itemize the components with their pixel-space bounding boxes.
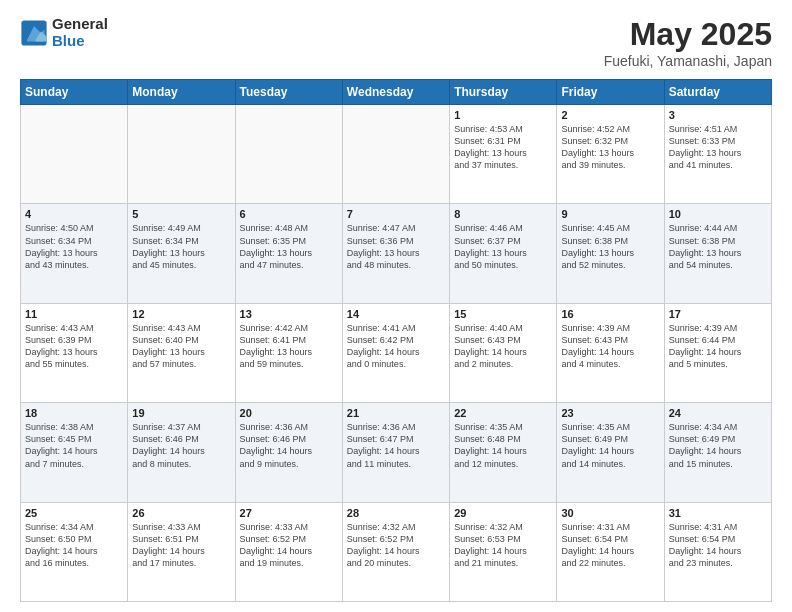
day-detail: Sunrise: 4:43 AM Sunset: 6:40 PM Dayligh… [132,322,230,371]
day-detail: Sunrise: 4:44 AM Sunset: 6:38 PM Dayligh… [669,222,767,271]
table-row: 5Sunrise: 4:49 AM Sunset: 6:34 PM Daylig… [128,204,235,303]
table-row: 18Sunrise: 4:38 AM Sunset: 6:45 PM Dayli… [21,403,128,502]
day-detail: Sunrise: 4:31 AM Sunset: 6:54 PM Dayligh… [561,521,659,570]
day-number: 26 [132,507,230,519]
day-number: 2 [561,109,659,121]
day-detail: Sunrise: 4:50 AM Sunset: 6:34 PM Dayligh… [25,222,123,271]
day-detail: Sunrise: 4:33 AM Sunset: 6:52 PM Dayligh… [240,521,338,570]
table-row: 7Sunrise: 4:47 AM Sunset: 6:36 PM Daylig… [342,204,449,303]
header-sunday: Sunday [21,80,128,105]
logo-line1: General [52,16,108,33]
calendar-table: Sunday Monday Tuesday Wednesday Thursday… [20,79,772,602]
logo-icon [20,19,48,47]
day-number: 23 [561,407,659,419]
day-number: 4 [25,208,123,220]
day-number: 27 [240,507,338,519]
header: General Blue May 2025 Fuefuki, Yamanashi… [20,16,772,69]
table-row [21,105,128,204]
day-detail: Sunrise: 4:39 AM Sunset: 6:44 PM Dayligh… [669,322,767,371]
table-row [342,105,449,204]
day-detail: Sunrise: 4:38 AM Sunset: 6:45 PM Dayligh… [25,421,123,470]
table-row: 13Sunrise: 4:42 AM Sunset: 6:41 PM Dayli… [235,303,342,402]
header-tuesday: Tuesday [235,80,342,105]
table-row: 4Sunrise: 4:50 AM Sunset: 6:34 PM Daylig… [21,204,128,303]
table-row: 23Sunrise: 4:35 AM Sunset: 6:49 PM Dayli… [557,403,664,502]
day-number: 10 [669,208,767,220]
logo: General Blue [20,16,108,49]
table-row: 15Sunrise: 4:40 AM Sunset: 6:43 PM Dayli… [450,303,557,402]
day-number: 17 [669,308,767,320]
day-number: 29 [454,507,552,519]
table-row: 30Sunrise: 4:31 AM Sunset: 6:54 PM Dayli… [557,502,664,601]
day-detail: Sunrise: 4:36 AM Sunset: 6:47 PM Dayligh… [347,421,445,470]
day-number: 6 [240,208,338,220]
day-detail: Sunrise: 4:43 AM Sunset: 6:39 PM Dayligh… [25,322,123,371]
table-row: 20Sunrise: 4:36 AM Sunset: 6:46 PM Dayli… [235,403,342,502]
table-row: 8Sunrise: 4:46 AM Sunset: 6:37 PM Daylig… [450,204,557,303]
day-number: 8 [454,208,552,220]
table-row: 22Sunrise: 4:35 AM Sunset: 6:48 PM Dayli… [450,403,557,502]
table-row: 31Sunrise: 4:31 AM Sunset: 6:54 PM Dayli… [664,502,771,601]
header-friday: Friday [557,80,664,105]
table-row: 6Sunrise: 4:48 AM Sunset: 6:35 PM Daylig… [235,204,342,303]
table-row: 26Sunrise: 4:33 AM Sunset: 6:51 PM Dayli… [128,502,235,601]
day-number: 20 [240,407,338,419]
day-number: 21 [347,407,445,419]
day-detail: Sunrise: 4:46 AM Sunset: 6:37 PM Dayligh… [454,222,552,271]
table-row: 10Sunrise: 4:44 AM Sunset: 6:38 PM Dayli… [664,204,771,303]
day-number: 22 [454,407,552,419]
day-detail: Sunrise: 4:48 AM Sunset: 6:35 PM Dayligh… [240,222,338,271]
table-row: 14Sunrise: 4:41 AM Sunset: 6:42 PM Dayli… [342,303,449,402]
week-row-1: 1Sunrise: 4:53 AM Sunset: 6:31 PM Daylig… [21,105,772,204]
day-detail: Sunrise: 4:42 AM Sunset: 6:41 PM Dayligh… [240,322,338,371]
day-detail: Sunrise: 4:34 AM Sunset: 6:50 PM Dayligh… [25,521,123,570]
table-row: 3Sunrise: 4:51 AM Sunset: 6:33 PM Daylig… [664,105,771,204]
table-row: 16Sunrise: 4:39 AM Sunset: 6:43 PM Dayli… [557,303,664,402]
day-detail: Sunrise: 4:52 AM Sunset: 6:32 PM Dayligh… [561,123,659,172]
day-number: 5 [132,208,230,220]
day-number: 9 [561,208,659,220]
header-wednesday: Wednesday [342,80,449,105]
day-detail: Sunrise: 4:33 AM Sunset: 6:51 PM Dayligh… [132,521,230,570]
table-row: 9Sunrise: 4:45 AM Sunset: 6:38 PM Daylig… [557,204,664,303]
day-number: 25 [25,507,123,519]
day-detail: Sunrise: 4:41 AM Sunset: 6:42 PM Dayligh… [347,322,445,371]
day-number: 3 [669,109,767,121]
table-row: 27Sunrise: 4:33 AM Sunset: 6:52 PM Dayli… [235,502,342,601]
day-number: 1 [454,109,552,121]
day-detail: Sunrise: 4:32 AM Sunset: 6:53 PM Dayligh… [454,521,552,570]
calendar-title: May 2025 [604,16,772,53]
day-number: 18 [25,407,123,419]
table-row: 12Sunrise: 4:43 AM Sunset: 6:40 PM Dayli… [128,303,235,402]
weekday-header-row: Sunday Monday Tuesday Wednesday Thursday… [21,80,772,105]
week-row-5: 25Sunrise: 4:34 AM Sunset: 6:50 PM Dayli… [21,502,772,601]
header-monday: Monday [128,80,235,105]
day-number: 14 [347,308,445,320]
title-block: May 2025 Fuefuki, Yamanashi, Japan [604,16,772,69]
day-detail: Sunrise: 4:39 AM Sunset: 6:43 PM Dayligh… [561,322,659,371]
day-number: 11 [25,308,123,320]
day-number: 16 [561,308,659,320]
calendar-subtitle: Fuefuki, Yamanashi, Japan [604,53,772,69]
week-row-4: 18Sunrise: 4:38 AM Sunset: 6:45 PM Dayli… [21,403,772,502]
day-number: 24 [669,407,767,419]
table-row: 1Sunrise: 4:53 AM Sunset: 6:31 PM Daylig… [450,105,557,204]
table-row: 25Sunrise: 4:34 AM Sunset: 6:50 PM Dayli… [21,502,128,601]
header-thursday: Thursday [450,80,557,105]
table-row [235,105,342,204]
table-row: 17Sunrise: 4:39 AM Sunset: 6:44 PM Dayli… [664,303,771,402]
table-row: 21Sunrise: 4:36 AM Sunset: 6:47 PM Dayli… [342,403,449,502]
day-detail: Sunrise: 4:35 AM Sunset: 6:49 PM Dayligh… [561,421,659,470]
header-saturday: Saturday [664,80,771,105]
day-detail: Sunrise: 4:32 AM Sunset: 6:52 PM Dayligh… [347,521,445,570]
day-number: 19 [132,407,230,419]
day-number: 28 [347,507,445,519]
day-number: 31 [669,507,767,519]
table-row: 29Sunrise: 4:32 AM Sunset: 6:53 PM Dayli… [450,502,557,601]
week-row-2: 4Sunrise: 4:50 AM Sunset: 6:34 PM Daylig… [21,204,772,303]
day-detail: Sunrise: 4:37 AM Sunset: 6:46 PM Dayligh… [132,421,230,470]
day-number: 7 [347,208,445,220]
table-row [128,105,235,204]
day-detail: Sunrise: 4:40 AM Sunset: 6:43 PM Dayligh… [454,322,552,371]
table-row: 19Sunrise: 4:37 AM Sunset: 6:46 PM Dayli… [128,403,235,502]
